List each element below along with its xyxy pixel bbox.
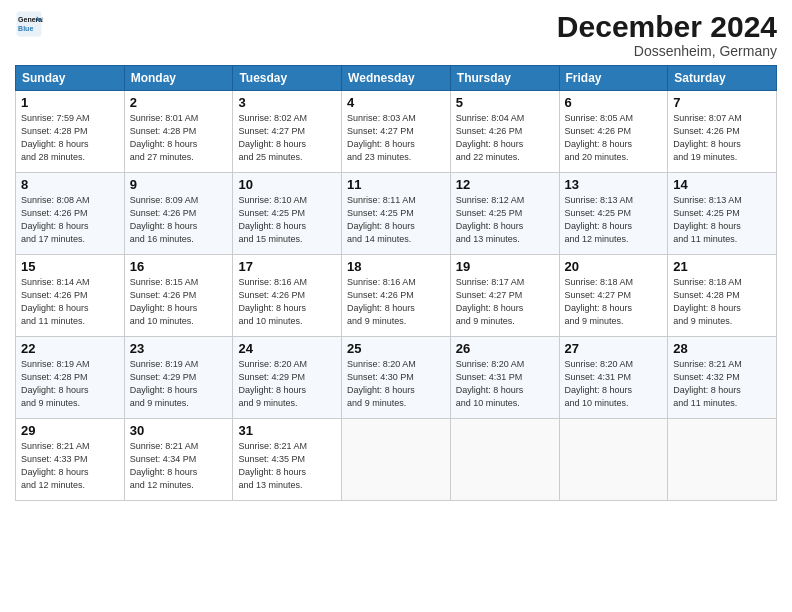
day-number: 30 bbox=[130, 423, 228, 438]
calendar-cell: 20Sunrise: 8:18 AM Sunset: 4:27 PM Dayli… bbox=[559, 255, 668, 337]
day-info: Sunrise: 8:20 AM Sunset: 4:29 PM Dayligh… bbox=[238, 358, 336, 410]
calendar-cell: 12Sunrise: 8:12 AM Sunset: 4:25 PM Dayli… bbox=[450, 173, 559, 255]
weekday-header: Wednesday bbox=[342, 66, 451, 91]
day-info: Sunrise: 8:10 AM Sunset: 4:25 PM Dayligh… bbox=[238, 194, 336, 246]
day-info: Sunrise: 8:07 AM Sunset: 4:26 PM Dayligh… bbox=[673, 112, 771, 164]
day-number: 13 bbox=[565, 177, 663, 192]
calendar-week-row: 15Sunrise: 8:14 AM Sunset: 4:26 PM Dayli… bbox=[16, 255, 777, 337]
weekday-header: Tuesday bbox=[233, 66, 342, 91]
calendar-cell: 25Sunrise: 8:20 AM Sunset: 4:30 PM Dayli… bbox=[342, 337, 451, 419]
weekday-header: Thursday bbox=[450, 66, 559, 91]
calendar-cell: 26Sunrise: 8:20 AM Sunset: 4:31 PM Dayli… bbox=[450, 337, 559, 419]
day-number: 21 bbox=[673, 259, 771, 274]
day-number: 15 bbox=[21, 259, 119, 274]
day-info: Sunrise: 8:12 AM Sunset: 4:25 PM Dayligh… bbox=[456, 194, 554, 246]
day-number: 11 bbox=[347, 177, 445, 192]
day-info: Sunrise: 8:21 AM Sunset: 4:32 PM Dayligh… bbox=[673, 358, 771, 410]
day-info: Sunrise: 8:20 AM Sunset: 4:30 PM Dayligh… bbox=[347, 358, 445, 410]
calendar-cell: 16Sunrise: 8:15 AM Sunset: 4:26 PM Dayli… bbox=[124, 255, 233, 337]
day-number: 6 bbox=[565, 95, 663, 110]
day-number: 25 bbox=[347, 341, 445, 356]
day-number: 2 bbox=[130, 95, 228, 110]
day-number: 5 bbox=[456, 95, 554, 110]
day-info: Sunrise: 8:21 AM Sunset: 4:35 PM Dayligh… bbox=[238, 440, 336, 492]
day-info: Sunrise: 8:15 AM Sunset: 4:26 PM Dayligh… bbox=[130, 276, 228, 328]
calendar-cell bbox=[559, 419, 668, 501]
calendar-header-row: SundayMondayTuesdayWednesdayThursdayFrid… bbox=[16, 66, 777, 91]
month-title: December 2024 bbox=[557, 10, 777, 43]
calendar-cell: 28Sunrise: 8:21 AM Sunset: 4:32 PM Dayli… bbox=[668, 337, 777, 419]
day-info: Sunrise: 8:19 AM Sunset: 4:28 PM Dayligh… bbox=[21, 358, 119, 410]
day-number: 18 bbox=[347, 259, 445, 274]
day-info: Sunrise: 8:16 AM Sunset: 4:26 PM Dayligh… bbox=[238, 276, 336, 328]
calendar-cell: 24Sunrise: 8:20 AM Sunset: 4:29 PM Dayli… bbox=[233, 337, 342, 419]
day-info: Sunrise: 8:16 AM Sunset: 4:26 PM Dayligh… bbox=[347, 276, 445, 328]
svg-text:Blue: Blue bbox=[18, 25, 33, 32]
day-info: Sunrise: 7:59 AM Sunset: 4:28 PM Dayligh… bbox=[21, 112, 119, 164]
weekday-header: Sunday bbox=[16, 66, 125, 91]
location-title: Dossenheim, Germany bbox=[557, 43, 777, 59]
calendar-cell: 7Sunrise: 8:07 AM Sunset: 4:26 PM Daylig… bbox=[668, 91, 777, 173]
weekday-header: Saturday bbox=[668, 66, 777, 91]
day-info: Sunrise: 8:18 AM Sunset: 4:27 PM Dayligh… bbox=[565, 276, 663, 328]
day-number: 8 bbox=[21, 177, 119, 192]
calendar-cell: 29Sunrise: 8:21 AM Sunset: 4:33 PM Dayli… bbox=[16, 419, 125, 501]
calendar-cell: 13Sunrise: 8:13 AM Sunset: 4:25 PM Dayli… bbox=[559, 173, 668, 255]
calendar-cell: 23Sunrise: 8:19 AM Sunset: 4:29 PM Dayli… bbox=[124, 337, 233, 419]
calendar-cell: 27Sunrise: 8:20 AM Sunset: 4:31 PM Dayli… bbox=[559, 337, 668, 419]
day-number: 23 bbox=[130, 341, 228, 356]
day-number: 24 bbox=[238, 341, 336, 356]
calendar-cell: 14Sunrise: 8:13 AM Sunset: 4:25 PM Dayli… bbox=[668, 173, 777, 255]
day-info: Sunrise: 8:02 AM Sunset: 4:27 PM Dayligh… bbox=[238, 112, 336, 164]
calendar-cell: 15Sunrise: 8:14 AM Sunset: 4:26 PM Dayli… bbox=[16, 255, 125, 337]
calendar-cell: 21Sunrise: 8:18 AM Sunset: 4:28 PM Dayli… bbox=[668, 255, 777, 337]
calendar-cell: 18Sunrise: 8:16 AM Sunset: 4:26 PM Dayli… bbox=[342, 255, 451, 337]
day-info: Sunrise: 8:13 AM Sunset: 4:25 PM Dayligh… bbox=[565, 194, 663, 246]
calendar-week-row: 22Sunrise: 8:19 AM Sunset: 4:28 PM Dayli… bbox=[16, 337, 777, 419]
calendar-cell: 3Sunrise: 8:02 AM Sunset: 4:27 PM Daylig… bbox=[233, 91, 342, 173]
day-number: 27 bbox=[565, 341, 663, 356]
day-number: 19 bbox=[456, 259, 554, 274]
day-info: Sunrise: 8:08 AM Sunset: 4:26 PM Dayligh… bbox=[21, 194, 119, 246]
logo-icon: General Blue bbox=[15, 10, 43, 38]
day-number: 17 bbox=[238, 259, 336, 274]
day-info: Sunrise: 8:14 AM Sunset: 4:26 PM Dayligh… bbox=[21, 276, 119, 328]
day-info: Sunrise: 8:20 AM Sunset: 4:31 PM Dayligh… bbox=[565, 358, 663, 410]
day-number: 31 bbox=[238, 423, 336, 438]
calendar-cell: 30Sunrise: 8:21 AM Sunset: 4:34 PM Dayli… bbox=[124, 419, 233, 501]
day-info: Sunrise: 8:20 AM Sunset: 4:31 PM Dayligh… bbox=[456, 358, 554, 410]
day-number: 14 bbox=[673, 177, 771, 192]
day-number: 28 bbox=[673, 341, 771, 356]
calendar-week-row: 1Sunrise: 7:59 AM Sunset: 4:28 PM Daylig… bbox=[16, 91, 777, 173]
calendar-table: SundayMondayTuesdayWednesdayThursdayFrid… bbox=[15, 65, 777, 501]
day-number: 1 bbox=[21, 95, 119, 110]
calendar-cell: 8Sunrise: 8:08 AM Sunset: 4:26 PM Daylig… bbox=[16, 173, 125, 255]
day-info: Sunrise: 8:13 AM Sunset: 4:25 PM Dayligh… bbox=[673, 194, 771, 246]
day-info: Sunrise: 8:11 AM Sunset: 4:25 PM Dayligh… bbox=[347, 194, 445, 246]
calendar-week-row: 8Sunrise: 8:08 AM Sunset: 4:26 PM Daylig… bbox=[16, 173, 777, 255]
day-info: Sunrise: 8:19 AM Sunset: 4:29 PM Dayligh… bbox=[130, 358, 228, 410]
day-number: 20 bbox=[565, 259, 663, 274]
day-info: Sunrise: 8:21 AM Sunset: 4:33 PM Dayligh… bbox=[21, 440, 119, 492]
day-number: 29 bbox=[21, 423, 119, 438]
weekday-header: Friday bbox=[559, 66, 668, 91]
day-info: Sunrise: 8:01 AM Sunset: 4:28 PM Dayligh… bbox=[130, 112, 228, 164]
calendar-cell: 17Sunrise: 8:16 AM Sunset: 4:26 PM Dayli… bbox=[233, 255, 342, 337]
calendar-cell bbox=[668, 419, 777, 501]
title-block: December 2024 Dossenheim, Germany bbox=[557, 10, 777, 59]
calendar-cell: 31Sunrise: 8:21 AM Sunset: 4:35 PM Dayli… bbox=[233, 419, 342, 501]
calendar-cell bbox=[342, 419, 451, 501]
calendar-week-row: 29Sunrise: 8:21 AM Sunset: 4:33 PM Dayli… bbox=[16, 419, 777, 501]
calendar-cell: 5Sunrise: 8:04 AM Sunset: 4:26 PM Daylig… bbox=[450, 91, 559, 173]
calendar-cell: 1Sunrise: 7:59 AM Sunset: 4:28 PM Daylig… bbox=[16, 91, 125, 173]
day-number: 9 bbox=[130, 177, 228, 192]
weekday-header: Monday bbox=[124, 66, 233, 91]
day-info: Sunrise: 8:21 AM Sunset: 4:34 PM Dayligh… bbox=[130, 440, 228, 492]
day-info: Sunrise: 8:05 AM Sunset: 4:26 PM Dayligh… bbox=[565, 112, 663, 164]
calendar-cell: 4Sunrise: 8:03 AM Sunset: 4:27 PM Daylig… bbox=[342, 91, 451, 173]
calendar-cell: 10Sunrise: 8:10 AM Sunset: 4:25 PM Dayli… bbox=[233, 173, 342, 255]
day-number: 16 bbox=[130, 259, 228, 274]
day-info: Sunrise: 8:04 AM Sunset: 4:26 PM Dayligh… bbox=[456, 112, 554, 164]
calendar-cell: 11Sunrise: 8:11 AM Sunset: 4:25 PM Dayli… bbox=[342, 173, 451, 255]
day-info: Sunrise: 8:03 AM Sunset: 4:27 PM Dayligh… bbox=[347, 112, 445, 164]
